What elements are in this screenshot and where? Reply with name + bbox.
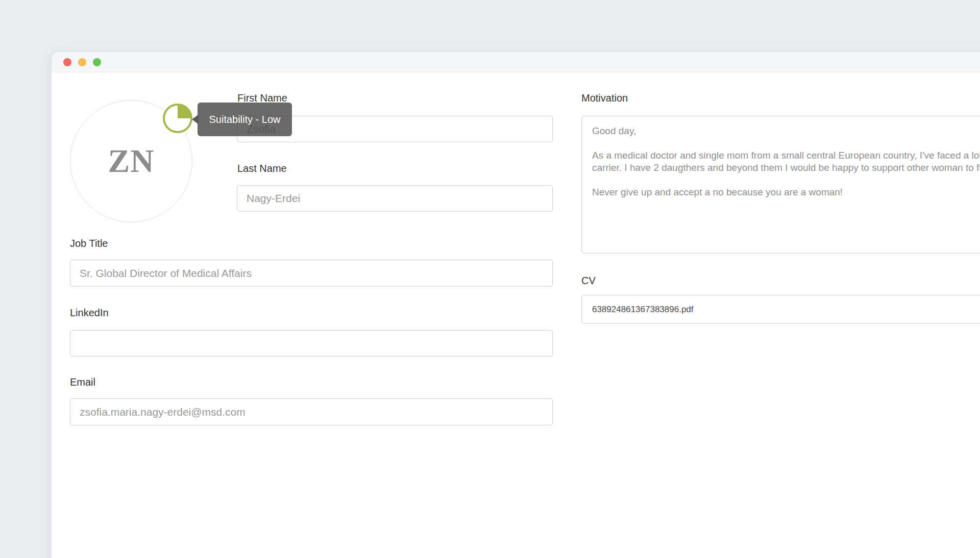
linkedin-input[interactable] <box>70 330 553 357</box>
cv-label: CV <box>581 275 596 287</box>
email-input[interactable] <box>70 398 553 425</box>
suitability-tooltip: Suitability - Low <box>198 103 292 136</box>
cv-file-item[interactable]: 638924861367383896.pdf <box>581 295 980 324</box>
motivation-textarea[interactable]: Good day, As a medical doctor and single… <box>581 116 980 253</box>
avatar-initials: ZN <box>108 142 155 180</box>
close-button[interactable] <box>63 58 71 66</box>
motivation-label: Motivation <box>581 92 628 105</box>
suitability-tooltip-label: Suitability - Low <box>209 114 280 125</box>
tooltip-arrow-icon <box>192 115 198 124</box>
linkedin-label: LinkedIn <box>70 307 109 319</box>
window-titlebar <box>52 52 980 72</box>
maximize-button[interactable] <box>93 58 101 66</box>
last-name-input[interactable] <box>237 185 553 212</box>
email-label: Email <box>70 376 95 389</box>
suitability-pie-icon[interactable] <box>162 103 193 134</box>
minimize-button[interactable] <box>78 58 86 66</box>
last-name-label: Last Name <box>237 163 287 175</box>
cv-file-name: 638924861367383896.pdf <box>592 305 694 315</box>
app-window: ZN Suitability - Low First Name Last Nam… <box>52 52 980 558</box>
job-title-input[interactable] <box>70 260 553 287</box>
job-title-label: Job Title <box>70 238 108 250</box>
